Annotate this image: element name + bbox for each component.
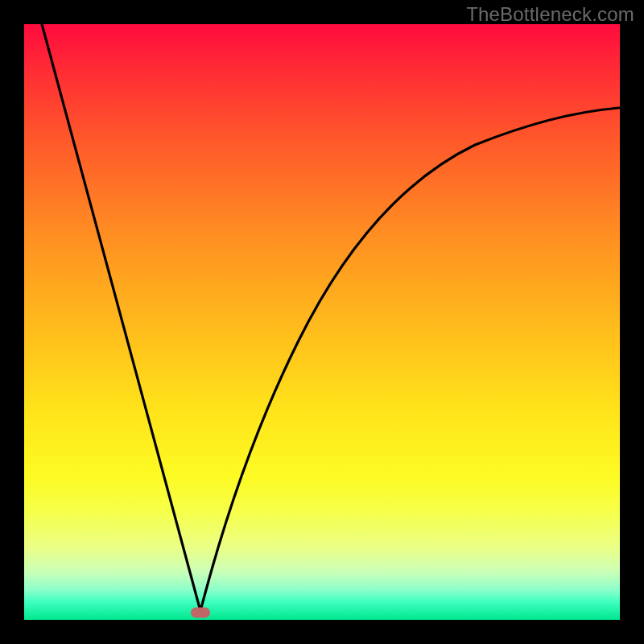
curve-left-branch [42,24,200,611]
bottleneck-curve [24,24,620,620]
plot-area [24,24,620,620]
chart-frame: TheBottleneck.com [0,0,644,644]
watermark-text: TheBottleneck.com [466,3,634,26]
curve-right-branch [200,108,620,611]
optimum-marker [191,608,210,618]
